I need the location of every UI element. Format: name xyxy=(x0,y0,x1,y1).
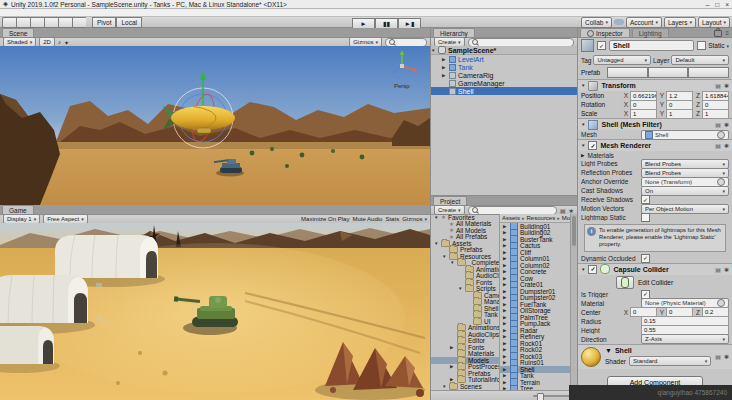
hierarchy-row[interactable]: ▶ LevelArt xyxy=(431,55,577,63)
expander-icon[interactable]: ▶ xyxy=(503,380,508,385)
prefab-action-button[interactable] xyxy=(688,67,729,78)
close-button[interactable]: × xyxy=(725,1,729,8)
tab-hierarchy[interactable]: Hierarchy xyxy=(433,28,475,37)
expander-icon[interactable]: ▶ xyxy=(503,334,508,339)
hierarchy-row[interactable]: GameManager xyxy=(431,79,577,87)
local-toggle[interactable]: Local xyxy=(116,17,142,28)
mesh-filter-header[interactable]: ▼ Shell (Mesh Filter) ▤✱ xyxy=(578,118,732,130)
tab-game[interactable]: Game xyxy=(2,205,34,214)
expander-icon[interactable]: ▶ xyxy=(503,276,508,281)
tool-button[interactable] xyxy=(58,17,72,28)
presets-icon[interactable]: ▤ xyxy=(715,353,721,360)
component-enabled-checkbox[interactable]: ✓ xyxy=(588,141,597,150)
hierarchy-row[interactable]: ▼ SampleScene* xyxy=(431,46,577,55)
expander-icon[interactable]: ▶ xyxy=(503,243,508,248)
property-checkbox[interactable]: ✓ xyxy=(641,195,650,204)
expander-icon[interactable]: ▶ xyxy=(503,315,508,320)
edit-collider-button[interactable] xyxy=(616,276,634,289)
presets-icon[interactable]: ▤ xyxy=(715,266,721,273)
prefab-action-button[interactable] xyxy=(607,67,648,78)
foldout-icon[interactable]: ▼ xyxy=(605,347,612,354)
expander-icon[interactable]: ▶ xyxy=(503,230,508,235)
expander-icon[interactable]: ▶ xyxy=(503,250,508,255)
expander-icon[interactable]: ▶ xyxy=(503,367,508,372)
expander-icon[interactable]: ▶ xyxy=(503,373,508,378)
object-name-field[interactable]: Shell xyxy=(609,40,694,51)
material-preview-sphere[interactable] xyxy=(581,347,601,367)
foldout-icon[interactable]: ▼ xyxy=(581,143,585,148)
y-value-field[interactable]: 1 xyxy=(666,109,693,119)
expander-icon[interactable]: ▼ xyxy=(458,286,463,291)
stats-toggle[interactable]: Stats xyxy=(385,216,399,222)
expander-icon[interactable]: ▶ xyxy=(503,302,508,307)
component-enabled-checkbox[interactable]: ✓ xyxy=(588,265,597,274)
x-value-field[interactable]: 1 xyxy=(630,109,657,119)
cloud-icon[interactable] xyxy=(614,19,624,25)
presets-icon[interactable]: ▤ xyxy=(715,142,721,149)
chevron-down-icon[interactable]: ▾ xyxy=(726,43,729,49)
expander-icon[interactable]: ▶ xyxy=(503,263,508,268)
gear-icon[interactable]: ✱ xyxy=(724,266,729,273)
object-picker-icon[interactable] xyxy=(717,178,725,186)
hierarchy-row[interactable]: ▶ Tank xyxy=(431,63,577,71)
tab-project[interactable]: Project xyxy=(433,196,467,205)
collab-dropdown[interactable]: Collab▾ xyxy=(581,17,612,28)
account-dropdown[interactable]: Account▾ xyxy=(626,17,662,28)
game-gizmos-dropdown[interactable]: Gizmos▾ xyxy=(402,216,427,222)
presets-icon[interactable]: ▤ xyxy=(715,121,721,128)
maximize-on-play-toggle[interactable]: Maximize On Play xyxy=(301,216,349,222)
maximize-button[interactable]: □ xyxy=(715,1,719,8)
expander-icon[interactable]: ▶ xyxy=(442,65,447,70)
project-tree-row[interactable]: ▼ Scenes xyxy=(431,383,499,390)
hierarchy-row[interactable]: ▶ CameraRig xyxy=(431,71,577,79)
mesh-renderer-header[interactable]: ▼ ✓ Mesh Renderer ▤✱ xyxy=(578,139,732,151)
object-picker-icon[interactable] xyxy=(717,131,725,139)
gear-icon[interactable]: ✱ xyxy=(724,142,729,149)
foldout-icon[interactable]: ▼ xyxy=(581,83,585,88)
expander-icon[interactable]: ▶ xyxy=(503,328,508,333)
layout-dropdown[interactable]: Layout▾ xyxy=(698,17,730,28)
static-checkbox[interactable]: ✓ xyxy=(697,41,706,50)
layer-dropdown[interactable]: Default▾ xyxy=(671,55,729,65)
expander-icon[interactable]: ▶ xyxy=(450,364,455,369)
mesh-object-field[interactable]: Shell xyxy=(641,130,729,140)
breadcrumb-item[interactable]: Assets▸ xyxy=(502,215,525,221)
game-viewport[interactable] xyxy=(0,223,430,400)
property-dropdown[interactable]: On▾ xyxy=(641,186,729,196)
direction-dropdown[interactable]: Z-Axis▾ xyxy=(641,334,729,344)
expander-icon[interactable]: ▼ xyxy=(450,260,455,265)
prefab-action-button[interactable] xyxy=(648,67,689,78)
expander-icon[interactable]: ▶ xyxy=(503,289,508,294)
expander-icon[interactable]: ▶ xyxy=(503,321,508,326)
capsule-collider-header[interactable]: ▼ ✓ Capsule Collider ▤✱ xyxy=(578,263,732,275)
tab-inspector[interactable]: Inspector xyxy=(580,28,630,37)
presets-icon[interactable]: ▤ xyxy=(715,82,721,89)
foldout-icon[interactable]: ▶ xyxy=(581,153,584,158)
mute-audio-toggle[interactable]: Mute Audio xyxy=(352,216,382,222)
object-picker-icon[interactable] xyxy=(717,299,725,307)
lock-icon[interactable] xyxy=(714,30,722,37)
gear-icon[interactable]: ✱ xyxy=(724,82,729,89)
active-checkbox[interactable]: ✓ xyxy=(597,41,606,50)
expander-icon[interactable]: ▼ xyxy=(442,254,447,259)
expander-icon[interactable]: ▼ xyxy=(431,48,436,53)
expander-icon[interactable]: ▶ xyxy=(503,354,508,359)
expander-icon[interactable]: ▶ xyxy=(503,308,508,313)
tool-button[interactable] xyxy=(2,17,16,28)
expander-icon[interactable]: ▶ xyxy=(503,295,508,300)
expander-icon[interactable]: ▶ xyxy=(503,341,508,346)
tool-button[interactable] xyxy=(30,17,44,28)
z-value-field[interactable]: 1 xyxy=(702,109,729,119)
expander-icon[interactable]: ▶ xyxy=(503,224,508,229)
tool-button[interactable] xyxy=(44,17,58,28)
tag-dropdown[interactable]: Untagged▾ xyxy=(593,55,651,65)
gear-icon[interactable]: ✱ xyxy=(724,353,729,360)
thumbnail-size-slider[interactable] xyxy=(533,395,573,397)
pivot-toggle[interactable]: Pivot xyxy=(92,17,116,28)
panel-menu-icon[interactable]: ≡ xyxy=(725,30,729,36)
expander-icon[interactable]: ▶ xyxy=(503,256,508,261)
project-scrollbar[interactable] xyxy=(570,214,577,390)
expander-icon[interactable]: ▶ xyxy=(442,57,447,62)
expander-icon[interactable]: ▶ xyxy=(503,360,508,365)
foldout-icon[interactable]: ▼ xyxy=(581,267,585,272)
